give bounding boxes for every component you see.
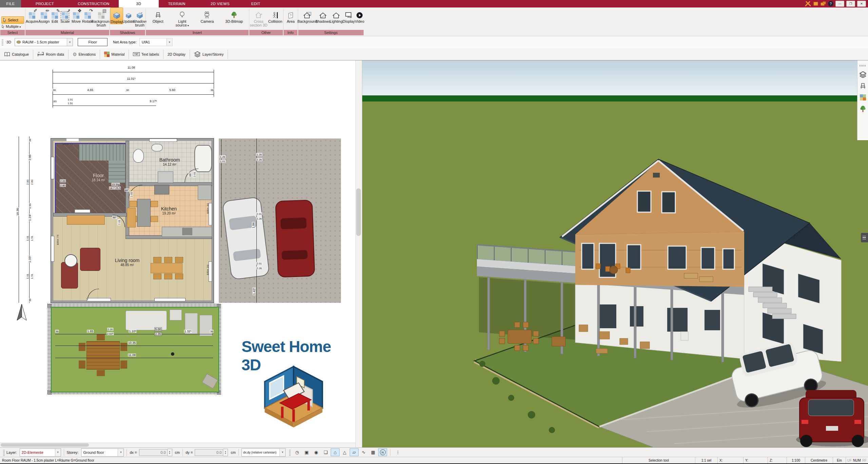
help-button[interactable]: ? [828, 1, 833, 6]
lower-window [599, 304, 616, 328]
net-area-combo[interactable]: UfA1 ▼ [139, 38, 173, 46]
dimension-label: 10.35 [128, 341, 136, 345]
play-icon [356, 12, 363, 19]
status-message: Room Floor RAUM - 1.5cm plaster L=Räume … [0, 459, 622, 462]
close-button[interactable]: ✕ [857, 1, 866, 7]
tab-edit[interactable]: EDIT [246, 0, 266, 7]
deck-lounger [699, 277, 713, 282]
assign-button[interactable]: Assign [38, 7, 50, 23]
plants-tree-icon[interactable] [860, 105, 866, 113]
plan-vertical-scroll-thumb[interactable] [356, 188, 361, 236]
minimize-button[interactable]: — [835, 1, 844, 7]
object-button[interactable]: Object [151, 7, 165, 23]
quick-window2-icon[interactable] [821, 1, 826, 6]
tab-terrain[interactable]: TERRAIN [159, 0, 195, 7]
panel-expand-handle[interactable] [861, 233, 868, 242]
dimension-label: 2.80 [60, 184, 66, 187]
camera-button[interactable]: Camera [200, 7, 215, 23]
edit-button[interactable]: Edit [50, 7, 59, 23]
video-button[interactable]: Video [355, 7, 364, 23]
dimension-label: BRH 75 [62, 143, 73, 146]
area-button[interactable]: ?Area [284, 7, 297, 23]
layer-combo[interactable]: 2D-Elemente ▼ [20, 448, 61, 457]
dx-input[interactable]: 0.0 [139, 449, 168, 456]
update-button[interactable]: Update [123, 7, 134, 23]
tab-room-data[interactable]: ROOM Room data [33, 50, 69, 59]
background-button[interactable]: Background [298, 7, 316, 23]
move-button[interactable]: Move [71, 7, 82, 23]
dimension-label: 1.32⁵ [184, 330, 192, 333]
display-button[interactable]: Display [110, 7, 123, 24]
white-object [681, 332, 688, 340]
dy-spinner[interactable]: ▲▼ [223, 449, 228, 456]
multiple-button[interactable]: Multiple [1, 24, 21, 29]
tab-layer-storey[interactable]: Layer/Storey [190, 50, 228, 59]
acquire-button[interactable]: Acquire [26, 7, 38, 23]
dx-spinner[interactable]: ▲▼ [168, 449, 172, 456]
north-icon[interactable]: N [378, 448, 387, 456]
materials-icon[interactable] [860, 94, 866, 100]
tab-3d[interactable]: 3D [119, 0, 159, 7]
furniture-chair-icon[interactable] [860, 83, 866, 90]
group-other: Other [249, 30, 283, 35]
tab-construction[interactable]: CONSTRUCTION [69, 0, 119, 7]
tab-material[interactable]: Material [100, 50, 129, 59]
dim-line [53, 72, 214, 72]
camera-view-icon[interactable] [312, 448, 321, 456]
tab-project[interactable]: PROJECT [21, 0, 69, 7]
storey-combo[interactable]: Ground floor ▼ [81, 448, 124, 457]
free-curve-icon[interactable] [359, 448, 368, 456]
background-brush-button[interactable]: Background brush [94, 7, 109, 27]
screenshot-icon[interactable] [302, 448, 311, 456]
dy-input[interactable]: 0.0 [195, 449, 223, 456]
tab-catalogue[interactable]: Catalogue [0, 50, 33, 59]
quick-window-icon[interactable] [813, 1, 818, 6]
lighting-button[interactable]: Lighting [330, 7, 343, 23]
layers-icon[interactable] [859, 71, 867, 78]
copy-layers-icon[interactable] [321, 448, 330, 456]
3d-bitmap-button[interactable]: 3D-Bitmap [225, 7, 244, 23]
shadows-settings-button[interactable]: Shadows [316, 7, 330, 23]
cross-section-3d-button[interactable]: Cross section 3D [250, 7, 268, 27]
roof-view-icon[interactable] [331, 448, 340, 456]
cursor-multi-icon [1, 24, 5, 29]
display-settings-button[interactable]: Display [343, 7, 355, 23]
edit-icon [52, 12, 58, 19]
dx-label: dx = [130, 450, 137, 454]
dimension-label: 1.51 [31, 235, 34, 241]
dimension-label: 1.33⁵ [28, 255, 32, 263]
more-options-icon[interactable] [393, 448, 402, 456]
status-y: Y: [743, 457, 768, 464]
tab-2d-display[interactable]: 2D Display [163, 50, 190, 59]
dimension-label: 2.01 [193, 171, 196, 178]
light-source-button[interactable]: Light source [175, 7, 190, 27]
area-icon: ? [288, 12, 294, 19]
plan-vertical-scrollbar[interactable] [355, 60, 362, 447]
deck-table [610, 266, 618, 274]
history-clock-icon[interactable] [293, 448, 302, 456]
3d-view[interactable] [362, 60, 868, 447]
tab-2d-views[interactable]: 2D VIEWS [195, 0, 246, 7]
scale-button[interactable]: Scale [60, 7, 71, 23]
status-selection: 1:1 sel [695, 457, 717, 464]
shadow-brush-button[interactable]: Shadow brush [134, 7, 146, 27]
grid-icon[interactable] [369, 448, 378, 456]
dimension-label: 2.00 [107, 328, 113, 331]
coord-mode-combo[interactable]: dx,dy (relative cartesian) ▼ [242, 448, 286, 457]
tab-text-labels[interactable]: TXT Text labels [129, 50, 163, 59]
tab-file[interactable]: FILE [0, 0, 21, 7]
tools-icon[interactable] [805, 1, 811, 6]
roof-texture-icon[interactable] [340, 448, 349, 456]
restore-button[interactable]: ❐ [846, 1, 855, 7]
chair-icon [155, 12, 161, 19]
floor-slab-icon[interactable] [350, 448, 359, 456]
tab-elevations[interactable]: ⚙ Elevations [69, 50, 100, 59]
dimension-label: 1.01 [26, 235, 29, 241]
dimension-label: 1.01 [219, 160, 226, 163]
select-button[interactable]: Select [1, 16, 24, 24]
floor-button[interactable]: Floor [78, 38, 108, 46]
dimension-label: 88⁵ [124, 189, 129, 192]
attic-vent [653, 173, 660, 178]
dimension-label: 38 [28, 298, 32, 302]
collision-button[interactable]: Collision [268, 7, 283, 23]
